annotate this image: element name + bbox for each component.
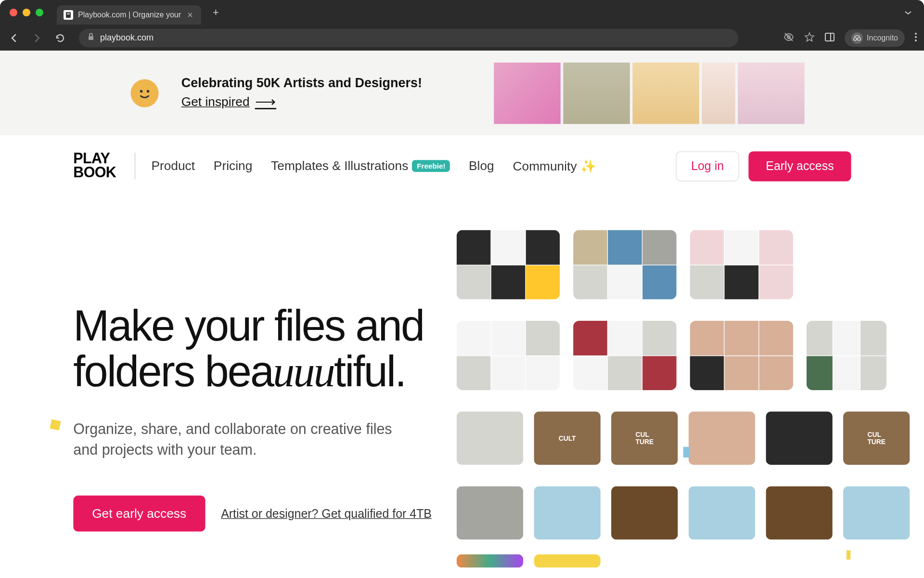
close-tab-button[interactable] xyxy=(186,11,194,19)
svg-rect-2 xyxy=(67,14,70,14)
confetti-icon xyxy=(847,550,850,559)
nav-divider xyxy=(135,153,135,179)
gallery-row xyxy=(457,554,924,568)
hero-gallery: CULT CULTURE CULTURE xyxy=(433,230,924,578)
gallery-card[interactable] xyxy=(689,486,756,539)
reload-button[interactable] xyxy=(53,31,67,45)
gallery-row xyxy=(457,321,924,390)
banner-inspired-link[interactable]: Get inspired ⟶ xyxy=(181,93,276,111)
window-controls xyxy=(10,9,43,16)
banner-thumb[interactable] xyxy=(702,62,735,123)
maximize-window-button[interactable] xyxy=(36,9,43,16)
svg-point-14 xyxy=(147,90,150,92)
banner-thumb[interactable] xyxy=(563,62,630,123)
svg-rect-0 xyxy=(66,12,71,18)
new-tab-button[interactable]: + xyxy=(213,6,219,19)
smiley-icon xyxy=(130,79,158,107)
gallery-row xyxy=(457,230,924,300)
banner-thumb[interactable] xyxy=(494,62,561,123)
nav-blog[interactable]: Blog xyxy=(469,158,494,173)
banner-thumb[interactable] xyxy=(632,62,699,123)
svg-point-12 xyxy=(915,39,917,41)
svg-point-9 xyxy=(858,38,860,40)
gallery-card[interactable]: CULTURE xyxy=(611,411,678,465)
hero-copy: Make your files and folders beauuutiful.… xyxy=(73,230,433,578)
promo-banner: Celebrating 50K Artists and Designers! G… xyxy=(0,51,924,135)
url-text: playbook.com xyxy=(100,33,154,43)
expand-tabs-button[interactable] xyxy=(902,6,914,19)
banner-image-strip xyxy=(494,62,924,123)
hero-title-italic: uuu xyxy=(273,348,334,396)
nav-actions: Log in Early access xyxy=(676,151,851,181)
early-access-button[interactable]: Early access xyxy=(748,151,851,181)
tab-title: Playbook.com | Organize your xyxy=(78,11,181,19)
side-panel-icon[interactable] xyxy=(824,32,835,44)
banner-headline: Celebrating 50K Artists and Designers! xyxy=(181,75,422,91)
back-button[interactable] xyxy=(7,31,21,45)
incognito-icon xyxy=(851,32,863,44)
hero-subtitle: Organize, share, and collaborate on crea… xyxy=(73,419,393,461)
banner-thumb[interactable] xyxy=(738,62,805,123)
incognito-label: Incognito xyxy=(867,34,898,42)
bookmark-star-icon[interactable] xyxy=(804,32,815,44)
gallery-card[interactable] xyxy=(843,486,910,539)
svg-rect-3 xyxy=(89,36,93,40)
nav-community[interactable]: Community ✨ xyxy=(513,158,596,174)
nav-templates[interactable]: Templates & Illustrations Freebie! xyxy=(271,158,450,173)
logo[interactable]: PLAY BOOK xyxy=(73,152,116,180)
gallery-card[interactable] xyxy=(807,321,886,390)
gallery-card[interactable] xyxy=(534,486,601,539)
get-early-access-button[interactable]: Get early access xyxy=(73,496,205,532)
gallery-row xyxy=(457,486,924,539)
hero-cta-row: Get early access Artist or designer? Get… xyxy=(73,496,433,532)
gallery-card[interactable] xyxy=(457,411,524,465)
minimize-window-button[interactable] xyxy=(23,9,30,16)
hero-title-part2: tiful. xyxy=(334,347,405,395)
gallery-card[interactable] xyxy=(457,554,524,568)
gallery-card[interactable] xyxy=(457,486,524,539)
gallery-card[interactable]: CULTURE xyxy=(843,411,910,465)
address-bar[interactable]: playbook.com xyxy=(79,29,738,47)
gallery-card[interactable]: CULT xyxy=(534,411,601,465)
login-button[interactable]: Log in xyxy=(676,151,739,181)
confetti-icon xyxy=(683,447,690,458)
banner-text-block: Celebrating 50K Artists and Designers! G… xyxy=(181,75,422,110)
browser-tab[interactable]: Playbook.com | Organize your xyxy=(57,5,201,25)
gallery-row: CULT CULTURE CULTURE xyxy=(457,411,924,465)
svg-point-8 xyxy=(854,38,857,40)
svg-rect-1 xyxy=(67,13,70,13)
banner-link-text: Get inspired xyxy=(181,94,250,109)
site-nav: PLAY BOOK Product Pricing Templates & Il… xyxy=(0,135,924,197)
arrow-right-icon: ⟶ xyxy=(255,93,276,111)
svg-point-13 xyxy=(140,90,143,92)
nav-pricing[interactable]: Pricing xyxy=(214,158,252,173)
close-window-button[interactable] xyxy=(10,9,17,16)
nav-links: Product Pricing Templates & Illustration… xyxy=(151,158,596,174)
browser-menu-icon[interactable] xyxy=(914,32,917,44)
incognito-badge[interactable]: Incognito xyxy=(845,29,905,47)
browser-chrome: Playbook.com | Organize your + playbook.… xyxy=(0,0,924,51)
gallery-card[interactable] xyxy=(766,486,833,539)
forward-button[interactable] xyxy=(30,31,44,45)
lock-icon xyxy=(88,33,94,43)
gallery-card[interactable] xyxy=(573,230,677,300)
gallery-card[interactable] xyxy=(457,230,560,300)
browser-toolbar-right: Incognito xyxy=(783,29,917,47)
gallery-card[interactable] xyxy=(573,321,677,390)
hero-title: Make your files and folders beauuutiful. xyxy=(73,303,433,394)
gallery-card[interactable] xyxy=(457,321,560,390)
svg-rect-6 xyxy=(825,33,834,41)
freebie-badge: Freebie! xyxy=(412,160,450,172)
tab-favicon-icon xyxy=(64,10,73,20)
gallery-card[interactable] xyxy=(766,411,833,465)
nav-product[interactable]: Product xyxy=(151,158,195,173)
eye-off-icon[interactable] xyxy=(783,31,795,45)
gallery-card[interactable] xyxy=(689,411,756,465)
gallery-card[interactable] xyxy=(690,230,793,300)
qualify-link[interactable]: Artist or designer? Get qualified for 4T… xyxy=(221,507,432,521)
logo-line2: BOOK xyxy=(73,166,116,180)
gallery-card[interactable] xyxy=(534,554,601,568)
gallery-card[interactable] xyxy=(690,321,793,390)
browser-toolbar: playbook.com Incognito xyxy=(0,25,924,51)
gallery-card[interactable] xyxy=(611,486,678,539)
